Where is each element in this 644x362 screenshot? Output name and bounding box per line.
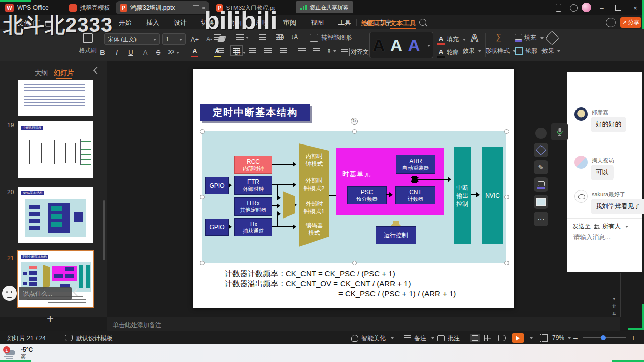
slide-title-box[interactable]: 定时中断基本结构: [200, 104, 310, 121]
comments-button[interactable]: 批注: [448, 334, 460, 343]
avatar[interactable]: [574, 156, 588, 169]
selection-handle[interactable]: [352, 261, 357, 265]
background-button[interactable]: [534, 195, 548, 209]
save-icon[interactable]: [33, 20, 40, 27]
superscript-button[interactable]: X²: [166, 47, 181, 58]
rcc-box[interactable]: RCC内部时钟: [234, 156, 272, 174]
print-icon[interactable]: [45, 20, 52, 27]
shape-style-button[interactable]: 形状样式: [485, 47, 516, 55]
wps-home-button[interactable]: W WPS Office: [5, 2, 49, 13]
nvic-box[interactable]: NVIC: [482, 147, 503, 244]
zoom-slider-thumb[interactable]: [601, 335, 606, 340]
add-slide-button[interactable]: +: [47, 312, 54, 326]
slide-canvas[interactable]: 定时中断基本结构 ↻ 内部时钟模式 外部时钟模式2: [193, 69, 514, 308]
bold-button[interactable]: B: [96, 47, 109, 58]
selection-handle[interactable]: [352, 129, 357, 134]
smart-graphic-button[interactable]: 转智能图形: [310, 33, 352, 42]
collapse-panel-icon[interactable]: [93, 67, 100, 74]
run-control-box[interactable]: 运行控制: [376, 226, 416, 244]
justify-button[interactable]: [264, 48, 272, 53]
selection-handle[interactable]: [200, 261, 205, 265]
normal-view-button[interactable]: [470, 334, 480, 342]
line-height-button[interactable]: ⇕: [327, 48, 336, 54]
bullet-list-button[interactable]: [214, 34, 226, 40]
device-sync-icon[interactable]: [551, 1, 565, 14]
more-tools-button[interactable]: ⋯: [534, 212, 548, 226]
gpio-box-top[interactable]: GPIO: [205, 177, 229, 194]
play-options-icon[interactable]: [530, 337, 533, 341]
doc-tab-active[interactable]: P 鸿蒙32培训.pptx: [116, 1, 209, 14]
text-outline-button[interactable]: A 轮廓: [437, 47, 466, 58]
audience-value[interactable]: 所有人: [602, 222, 621, 231]
gpio-box-bottom[interactable]: GPIO: [205, 219, 229, 236]
shape-effect-icon[interactable]: [545, 31, 559, 45]
numbered-list-button[interactable]: [236, 34, 249, 40]
tix-box[interactable]: TIx捕获通道: [234, 218, 272, 236]
shape-style-icon[interactable]: ∑: [493, 32, 504, 43]
avatar[interactable]: [574, 107, 588, 121]
text-effect-button[interactable]: 效果: [463, 47, 481, 55]
arr-box[interactable]: ARR自动重装器: [396, 155, 435, 174]
selection-handle[interactable]: [504, 195, 509, 199]
text-direction-button[interactable]: ab: [277, 33, 284, 41]
search-icon[interactable]: [419, 19, 426, 26]
text-style-cyan[interactable]: A: [390, 35, 403, 55]
cnt-box[interactable]: CNT计数器: [395, 186, 435, 204]
selection-handle[interactable]: [200, 129, 205, 134]
taskbar-weather-widget[interactable]: 1 -5°C 雾: [4, 346, 33, 360]
itrx-box[interactable]: ITRx其他定时器: [234, 197, 272, 216]
cloud-sync-icon[interactable]: [606, 18, 616, 27]
line-spacing-icon[interactable]: [298, 48, 306, 54]
danmaku-emoji-button[interactable]: [2, 286, 17, 301]
sort-text-button[interactable]: ↓A: [291, 33, 298, 41]
tab-slides[interactable]: 幻灯片: [54, 68, 74, 78]
brush-button[interactable]: ✎: [534, 160, 548, 174]
menu-transition[interactable]: 切换: [200, 18, 215, 27]
zoom-out-button[interactable]: –: [573, 334, 578, 342]
psc-box[interactable]: PSC预分频器: [347, 186, 387, 204]
user-avatar[interactable]: [582, 3, 591, 12]
selection-handle[interactable]: [200, 195, 205, 199]
notes-button[interactable]: 备注: [414, 334, 426, 343]
redo-icon[interactable]: ↷: [67, 20, 72, 27]
align-center-button[interactable]: [233, 48, 240, 53]
selection-handle[interactable]: [504, 129, 509, 134]
slide-sorter-view-button[interactable]: [484, 335, 491, 341]
danmaku-input[interactable]: 说点什么...: [19, 287, 72, 300]
close-button[interactable]: ×: [628, 1, 642, 14]
font-size-select[interactable]: 1: [162, 33, 186, 45]
menu-draw-tools[interactable]: 绘图工具: [361, 19, 388, 28]
align-right-button[interactable]: [249, 48, 256, 53]
share-button[interactable]: ↗ 分享: [620, 17, 641, 28]
reading-view-button[interactable]: [498, 335, 506, 341]
italic-button[interactable]: I: [111, 47, 123, 58]
etr-box[interactable]: ETR外部时钟: [234, 176, 272, 195]
maximize-button[interactable]: [611, 1, 625, 14]
audience-dropdown-icon[interactable]: [625, 226, 628, 229]
text-style-blue[interactable]: A: [408, 35, 420, 55]
layers-button[interactable]: [534, 143, 548, 157]
scroll-down-icon[interactable]: ▾: [612, 295, 616, 303]
menu-home[interactable]: 开始: [118, 18, 133, 27]
rotate-handle[interactable]: ↻: [351, 118, 358, 125]
text-fill-button[interactable]: A 填充: [437, 33, 466, 45]
font-name-select[interactable]: 宋体 (正文): [104, 33, 160, 45]
smart-beautify-button[interactable]: 智能美化: [361, 334, 386, 343]
underline-button[interactable]: U: [125, 47, 137, 58]
menu-file[interactable]: 文件: [16, 19, 31, 28]
undo-icon[interactable]: ↶: [57, 20, 62, 27]
chat-input[interactable]: [572, 233, 638, 241]
slide-thumbnail-19[interactable]: 中断执行流程: [18, 121, 93, 178]
slide-thumbnail-18[interactable]: [18, 80, 93, 116]
shape-outline-button[interactable]: 轮廓: [515, 47, 545, 55]
globe-icon[interactable]: [566, 1, 581, 14]
zoom-level[interactable]: 79%: [552, 334, 564, 341]
tab-outline[interactable]: 大纲: [35, 68, 48, 78]
align-left-button[interactable]: [217, 48, 224, 53]
mic-button[interactable]: [551, 123, 568, 140]
slide-thumbnail-20[interactable]: NVIC基本结构: [18, 187, 93, 243]
gallery-more-icon[interactable]: [427, 45, 430, 48]
danmaku-collapse-icon[interactable]: [73, 288, 81, 297]
hamburger-icon[interactable]: ≡: [5, 19, 9, 27]
text-style-gallery[interactable]: A A A: [369, 32, 433, 58]
